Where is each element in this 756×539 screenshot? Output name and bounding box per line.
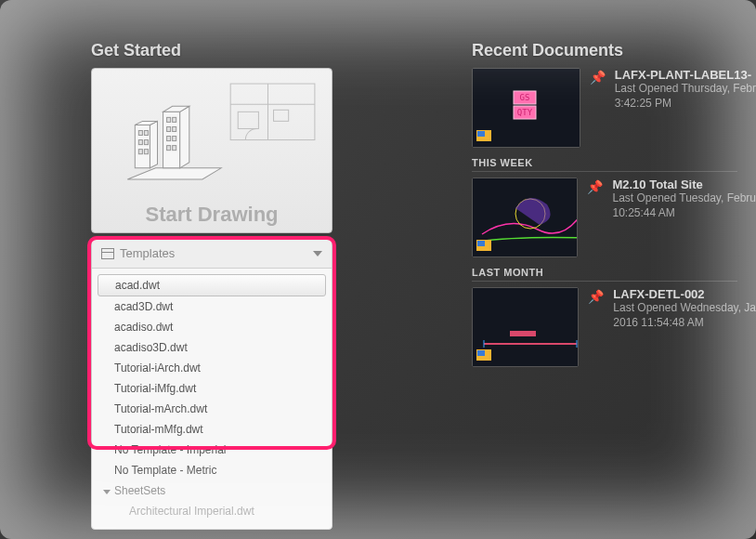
template-item[interactable]: Tutorial-iMfg.dwt [92,378,332,399]
dwg-badge-icon [476,128,491,143]
start-drawing-label: Start Drawing [92,203,332,227]
pin-icon[interactable]: 📌 [587,179,603,257]
doc-name: LAFX-PLANT-LABEL13- [615,68,756,82]
group-last-month: LAST MONTH [472,267,737,282]
template-item[interactable]: acad3D.dwt [92,296,332,317]
doc-meta: LAFX-PLANT-LABEL13- Last Opened Thursday… [615,68,756,148]
templates-dropdown: Templates acad.dwt acad3D.dwt acadiso.dw… [91,238,332,530]
template-item[interactable]: acadiso.dwt [92,317,332,337]
templates-header-label: Templates [120,246,175,260]
start-drawing-tile[interactable]: Start Drawing [91,68,332,233]
template-item-no-imperial[interactable]: No Template - Imperial [92,440,332,460]
doc-time: 3:42:25 PM [615,97,756,112]
template-grid-icon [101,248,114,259]
recent-documents-title: Recent Documents [472,41,756,60]
svg-rect-14 [173,126,176,131]
group-this-week: THIS WEEK [472,157,737,172]
start-drawing-graphic [99,76,324,198]
template-item[interactable]: Tutorial-mMfg.dwt [92,419,332,440]
get-started-title: Get Started [91,41,332,60]
doc-meta: M2.10 Total Site Last Opened Tuesday, Fe… [612,177,756,257]
svg-rect-6 [144,130,148,135]
doc-last-opened: Last Opened Wednesday, Ja [613,301,756,316]
doc-thumbnail [472,177,578,257]
templates-header[interactable]: Templates [92,239,332,269]
svg-rect-5 [138,130,142,135]
svg-text:GS: GS [520,93,530,102]
doc-thumbnail: GS QTY [472,68,580,148]
recent-doc[interactable]: 📌 M2.10 Total Site Last Opened Tuesday, … [472,177,756,257]
svg-text:QTY: QTY [517,108,533,117]
doc-name: LAFX-DETL-002 [613,287,756,301]
svg-rect-9 [138,150,142,154]
doc-last-opened: Last Opened Thursday, Febr [615,82,756,97]
dwg-badge-icon [476,238,491,253]
get-started-panel: Get Started [91,41,332,233]
doc-time: 2016 11:54:48 AM [613,316,756,331]
template-item-no-metric[interactable]: No Template - Metric [92,460,332,480]
svg-rect-10 [144,150,148,154]
svg-rect-8 [144,140,148,145]
doc-meta: LAFX-DETL-002 Last Opened Wednesday, Ja … [613,287,756,367]
doc-name: M2.10 Total Site [612,177,756,191]
doc-last-opened: Last Opened Tuesday, Febru [612,191,756,206]
pin-icon[interactable]: 📌 [590,70,606,148]
doc-thumbnail [472,287,579,367]
pin-icon[interactable]: 📌 [588,289,604,367]
svg-rect-12 [173,117,176,122]
template-item[interactable]: Tutorial-mArch.dwt [92,399,332,419]
svg-rect-13 [167,126,171,131]
template-list: acad.dwt acad3D.dwt acadiso.dwt acadiso3… [92,269,332,527]
svg-rect-4 [238,112,258,128]
sheetsets-group[interactable]: SheetSets [92,480,332,501]
svg-rect-16 [173,137,176,141]
svg-rect-3 [274,110,289,121]
svg-rect-7 [138,140,142,145]
recent-doc[interactable]: GS QTY 📌 LAFX-PLANT-LABEL13- Last Opened… [472,68,756,148]
svg-rect-29 [477,241,485,246]
template-item[interactable]: acad.dwt [98,274,326,296]
doc-time: 10:25:44 AM [612,206,756,221]
svg-rect-15 [167,137,171,141]
chevron-down-icon [313,251,322,256]
dwg-badge-icon [476,348,491,362]
svg-rect-25 [477,131,485,137]
svg-rect-17 [167,146,171,151]
recent-doc[interactable]: 📌 LAFX-DETL-002 Last Opened Wednesday, J… [472,287,756,367]
chevron-down-icon [103,490,111,494]
svg-rect-11 [167,117,171,122]
template-item[interactable]: Tutorial-iArch.dwt [92,358,332,378]
svg-rect-32 [510,331,536,336]
recent-documents-panel: Recent Documents GS QTY 📌 LAFX-PLANT-LAB… [472,41,756,376]
svg-rect-18 [173,146,176,151]
template-item[interactable]: acadiso3D.dwt [92,337,332,358]
sheetsets-label: SheetSets [114,484,165,497]
svg-rect-36 [477,350,485,356]
sheetset-item[interactable]: Architectural Imperial.dwt [92,501,332,521]
